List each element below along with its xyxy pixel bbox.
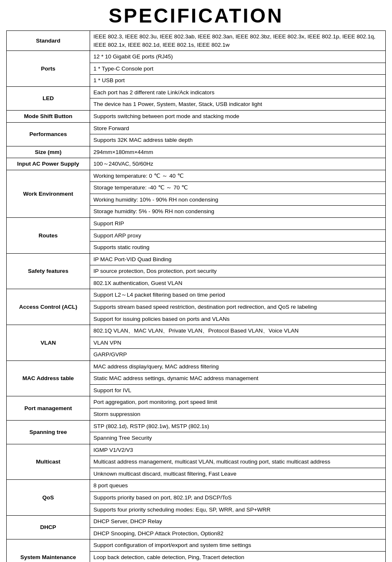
table-row: DHCPDHCP Server, DHCP Relay xyxy=(7,516,386,528)
table-row: Safety featuresIP MAC Port-VID Quad Bind… xyxy=(7,253,386,265)
value-cell: IGMP V1/V2/V3 xyxy=(90,444,386,456)
value-cell: Support RIP xyxy=(90,218,386,230)
value-cell: 294mm×180mm×44mm xyxy=(90,146,386,158)
value-cell: Support configuration of import/export a… xyxy=(90,539,386,552)
value-cell: Storage humidity: 5% - 90% RH non conden… xyxy=(90,206,386,218)
page-title: SPECIFICATION xyxy=(6,4,386,27)
value-cell: Supports priority based on port, 802.1P,… xyxy=(90,491,386,504)
value-cell: Working temperature: 0 ℃ ～ 40 ℃ xyxy=(90,170,386,182)
label-cell: Port management xyxy=(7,396,90,420)
label-cell: QoS xyxy=(7,480,90,516)
label-cell: System Maintenance xyxy=(7,539,90,562)
value-cell: Store Forward xyxy=(90,122,386,134)
page-wrapper: SPECIFICATION StandardIEEE 802.3, IEEE 8… xyxy=(0,0,392,562)
value-cell: Multicast address management, multicast … xyxy=(90,456,386,468)
label-cell: Access Control (ACL) xyxy=(7,289,90,325)
value-cell: The device has 1 Power, System, Master, … xyxy=(90,98,386,111)
value-cell: Support for issuing policies based on po… xyxy=(90,313,386,325)
value-cell: 100～240VAC, 50/60Hz xyxy=(90,158,386,170)
value-cell: 802.1Q VLAN、MAC VLAN、Private VLAN、Protoc… xyxy=(90,325,386,337)
value-cell: Each port has 2 different rate Link/Ack … xyxy=(90,86,386,98)
table-row: LEDEach port has 2 different rate Link/A… xyxy=(7,86,386,98)
label-cell: Size (mm) xyxy=(7,146,90,158)
value-cell: 12 * 10 Gigabit GE ports (RJ45) xyxy=(90,51,386,63)
value-cell: Support L2～L4 packet filtering based on … xyxy=(90,289,386,301)
value-cell: DHCP Server, DHCP Relay xyxy=(90,516,386,528)
label-cell: Performances xyxy=(7,122,90,146)
value-cell: 802.1X authentication, Guest VLAN xyxy=(90,277,386,289)
value-cell: STP (802.1d), RSTP (802.1w), MSTP (802.1… xyxy=(90,420,386,432)
table-row: PerformancesStore Forward xyxy=(7,122,386,134)
value-cell: IP MAC Port-VID Quad Binding xyxy=(90,253,386,265)
value-cell: Supports four priority scheduling modes:… xyxy=(90,504,386,516)
label-cell: Work Environment xyxy=(7,170,90,217)
table-row: VLAN802.1Q VLAN、MAC VLAN、Private VLAN、Pr… xyxy=(7,325,386,337)
value-cell: DHCP Snooping, DHCP Attack Protection, O… xyxy=(90,527,386,539)
value-cell: 1 * Type-C Console port xyxy=(90,63,386,75)
label-cell: Multicast xyxy=(7,444,90,480)
spec-table: StandardIEEE 802.3, IEEE 802.3u, IEEE 80… xyxy=(6,30,386,562)
table-row: System MaintenanceSupport configuration … xyxy=(7,539,386,552)
value-cell: Supports stream based speed restriction,… xyxy=(90,301,386,313)
table-row: Input AC Power Supply100～240VAC, 50/60Hz xyxy=(7,158,386,170)
label-cell: Safety features xyxy=(7,253,90,289)
label-cell: MAC Address table xyxy=(7,360,90,396)
value-cell: Support ARP proxy xyxy=(90,229,386,242)
value-cell: 8 port queues xyxy=(90,480,386,492)
value-cell: VLAN VPN xyxy=(90,337,386,349)
table-row: Port managementPort aggregation, port mo… xyxy=(7,396,386,408)
table-row: Ports12 * 10 Gigabit GE ports (RJ45) xyxy=(7,51,386,63)
label-cell: Mode Shift Button xyxy=(7,110,90,122)
value-cell: Port aggregation, port monitoring, port … xyxy=(90,396,386,408)
label-cell: Routes xyxy=(7,218,90,254)
value-cell: Working humidity: 10% - 90% RH non conde… xyxy=(90,194,386,206)
label-cell: Spanning tree xyxy=(7,420,90,444)
value-cell: Storage temperature: -40 ℃ ～ 70 ℃ xyxy=(90,182,386,194)
value-cell: Supports switching between port mode and… xyxy=(90,110,386,122)
label-cell: Ports xyxy=(7,51,90,87)
value-cell: Static MAC address settings, dynamic MAC… xyxy=(90,373,386,385)
table-row: Size (mm)294mm×180mm×44mm xyxy=(7,146,386,158)
table-row: RoutesSupport RIP xyxy=(7,218,386,230)
label-cell: Standard xyxy=(7,31,90,51)
value-cell: Supports 32K MAC address table depth xyxy=(90,134,386,146)
label-cell: VLAN xyxy=(7,325,90,361)
value-cell: Support for IVL xyxy=(90,384,386,396)
table-row: MulticastIGMP V1/V2/V3 xyxy=(7,444,386,456)
value-cell: IEEE 802.3, IEEE 802.3u, IEEE 802.3ab, I… xyxy=(90,31,386,51)
value-cell: IP source protection, Dos protection, po… xyxy=(90,265,386,277)
value-cell: Loop back detection, cable detection, Pi… xyxy=(90,551,386,562)
label-cell: Input AC Power Supply xyxy=(7,158,90,170)
table-row: QoS8 port queues xyxy=(7,480,386,492)
table-row: Mode Shift ButtonSupports switching betw… xyxy=(7,110,386,122)
value-cell: GARP/GVRP xyxy=(90,349,386,361)
table-row: Work EnvironmentWorking temperature: 0 ℃… xyxy=(7,170,386,182)
label-cell: DHCP xyxy=(7,516,90,539)
value-cell: 1 * USB port xyxy=(90,75,386,87)
table-row: Spanning treeSTP (802.1d), RSTP (802.1w)… xyxy=(7,420,386,432)
value-cell: Supports static routing xyxy=(90,242,386,254)
table-row: Access Control (ACL)Support L2～L4 packet… xyxy=(7,289,386,301)
table-row: StandardIEEE 802.3, IEEE 802.3u, IEEE 80… xyxy=(7,31,386,51)
label-cell: LED xyxy=(7,86,90,110)
value-cell: Spanning Tree Security xyxy=(90,432,386,444)
value-cell: MAC address display/query, MAC address f… xyxy=(90,360,386,373)
table-row: MAC Address tableMAC address display/que… xyxy=(7,360,386,373)
value-cell: Storm suppression xyxy=(90,408,386,421)
value-cell: Unknown multicast discard, multicast fil… xyxy=(90,468,386,480)
